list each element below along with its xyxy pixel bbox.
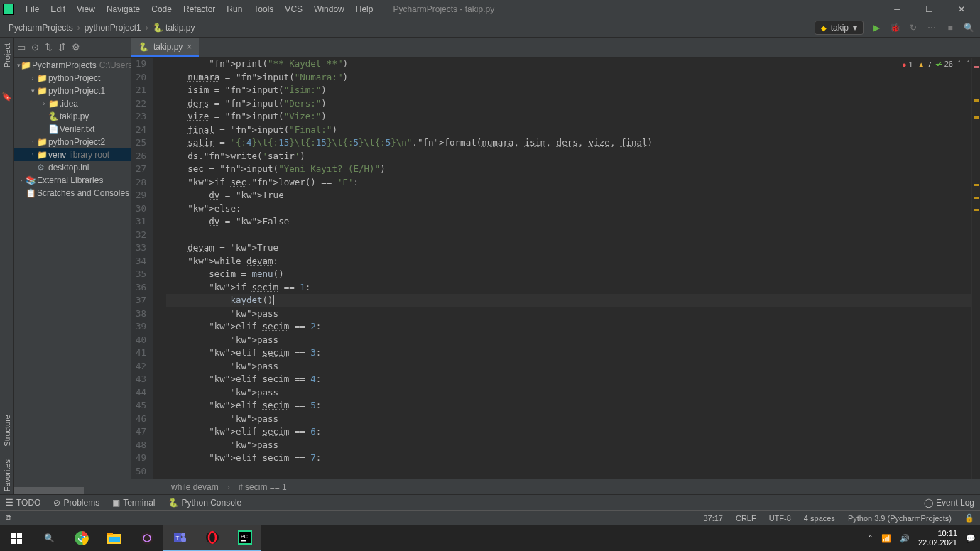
code-line-38[interactable]: "kw">pass bbox=[166, 307, 971, 321]
caret-position[interactable]: 37:17 bbox=[703, 514, 723, 523]
run-config-selector[interactable]: ◆ takip ▾ bbox=[815, 21, 864, 35]
code-line-47[interactable]: "kw">elif secim == 6: bbox=[166, 425, 971, 439]
volume-icon[interactable]: 🔊 bbox=[900, 534, 910, 543]
menu-vcs[interactable]: VCS bbox=[279, 4, 308, 14]
close-tab-icon[interactable]: × bbox=[187, 42, 192, 52]
code-line-40[interactable]: "kw">pass bbox=[166, 334, 971, 347]
teams-app[interactable]: T bbox=[163, 525, 196, 551]
tree-item[interactable]: ›📁.idea bbox=[14, 97, 131, 110]
tree-item[interactable]: ▾📁PycharmProjectsC:\Users bbox=[14, 59, 131, 72]
favorites-tool-tab[interactable]: Favorites bbox=[3, 457, 11, 494]
code-line-29[interactable]: dv = "kw">True bbox=[166, 189, 971, 202]
code-line-41[interactable]: "kw">elif secim == 3: bbox=[166, 347, 971, 360]
status-icon[interactable]: ⧉ bbox=[6, 513, 11, 523]
tree-item[interactable]: 📋Scratches and Consoles bbox=[14, 187, 131, 200]
code-line-31[interactable]: dv = "kw">False bbox=[166, 215, 971, 229]
code-line-32[interactable] bbox=[166, 229, 971, 242]
line-separator[interactable]: CRLF bbox=[736, 514, 756, 523]
code-line-28[interactable]: "kw">if sec."fn">lower() == 'E': bbox=[166, 176, 971, 190]
line-number-gutter[interactable]: 1920212223242526272829303132333435363738… bbox=[131, 58, 153, 479]
code-line-42[interactable]: "kw">pass bbox=[166, 360, 971, 373]
editor-tab-takip[interactable]: 🐍 takip.py × bbox=[131, 38, 199, 57]
collapse-all-icon[interactable]: ⇵ bbox=[58, 42, 66, 53]
hide-icon[interactable]: — bbox=[86, 42, 95, 53]
tree-item[interactable]: ▾📁pythonProject1 bbox=[14, 84, 131, 97]
menu-file[interactable]: File bbox=[20, 4, 45, 14]
minimize-button[interactable]: ─ bbox=[881, 0, 913, 18]
obs-app[interactable] bbox=[131, 525, 163, 551]
notifications-icon[interactable]: 💬 bbox=[966, 534, 976, 543]
wifi-icon[interactable]: 📶 bbox=[881, 534, 891, 543]
tree-item[interactable]: ›📚External Libraries bbox=[14, 174, 131, 187]
code-line-35[interactable]: secim = menu() bbox=[166, 268, 971, 281]
breadcrumb-segment[interactable]: 🐍 takip.py bbox=[150, 23, 198, 33]
code-line-24[interactable]: final = "fn">input("Final:") bbox=[166, 124, 971, 137]
close-button[interactable]: ✕ bbox=[945, 0, 977, 18]
code-line-30[interactable]: "kw">else: bbox=[166, 202, 971, 216]
code-line-44[interactable]: "kw">pass bbox=[166, 386, 971, 400]
select-opened-icon[interactable]: ⊙ bbox=[31, 42, 39, 53]
code-line-21[interactable]: isim = "fn">input("İsim:") bbox=[166, 84, 971, 97]
code-line-50[interactable] bbox=[166, 465, 971, 479]
tree-item[interactable]: ›📁venvlibrary root bbox=[14, 148, 131, 161]
code-line-20[interactable]: numara = "fn">input("Numara:") bbox=[166, 71, 971, 84]
code-line-49[interactable]: "kw">elif secim == 7: bbox=[166, 452, 971, 465]
debug-button[interactable]: 🐞 bbox=[889, 23, 900, 33]
menu-tools[interactable]: Tools bbox=[248, 4, 279, 14]
code-line-34[interactable]: "kw">while devam: bbox=[166, 255, 971, 268]
opera-app[interactable] bbox=[196, 525, 229, 551]
breadcrumb-segment[interactable]: while devam bbox=[171, 482, 219, 492]
terminal-tab[interactable]: ▣ Terminal bbox=[112, 498, 155, 508]
breadcrumb-segment[interactable]: PycharmProjects bbox=[6, 23, 76, 33]
menu-edit[interactable]: Edit bbox=[45, 4, 71, 14]
menu-code[interactable]: Code bbox=[146, 4, 178, 14]
todo-tab[interactable]: ☰ TODO bbox=[6, 498, 40, 508]
search-button[interactable]: 🔍 bbox=[33, 525, 65, 551]
structure-tool-tab[interactable]: Structure bbox=[3, 412, 11, 449]
menu-navigate[interactable]: Navigate bbox=[101, 4, 146, 14]
code-line-25[interactable]: satir = "{:4}\t{:15}\t{:15}\t{:5}\t{:5}\… bbox=[166, 136, 971, 150]
inspection-widget[interactable]: 1 7 26 ˄ ˅ bbox=[902, 60, 970, 69]
interpreter[interactable]: Python 3.9 (PycharmProjects) bbox=[848, 514, 952, 523]
run-button[interactable]: ▶ bbox=[871, 23, 882, 33]
code-line-48[interactable]: "kw">pass bbox=[166, 439, 971, 452]
code-line-45[interactable]: "kw">elif secim == 5: bbox=[166, 399, 971, 413]
code-line-33[interactable]: devam = "kw">True bbox=[166, 241, 971, 255]
chevron-down-icon[interactable]: ˅ bbox=[966, 60, 970, 69]
indent[interactable]: 4 spaces bbox=[804, 514, 835, 523]
tree-horizontal-scrollbar[interactable] bbox=[14, 487, 131, 494]
search-everywhere-button[interactable]: 🔍 bbox=[963, 23, 974, 33]
tree-item[interactable]: 📄Veriler.txt bbox=[14, 123, 131, 136]
maximize-button[interactable]: ☐ bbox=[913, 0, 945, 18]
settings-icon[interactable]: ⚙ bbox=[72, 42, 80, 53]
menu-window[interactable]: Window bbox=[308, 4, 350, 14]
bookmarks-icon[interactable]: 🔖 bbox=[1, 92, 12, 102]
code-line-26[interactable]: ds."fn">write('satir') bbox=[166, 150, 971, 163]
code-line-23[interactable]: vize = "fn">input("Vize:") bbox=[166, 110, 971, 124]
event-log-tab[interactable]: ◯ Event Log bbox=[924, 498, 974, 508]
error-stripe[interactable] bbox=[971, 58, 980, 479]
chevron-up-icon[interactable]: ˄ bbox=[957, 60, 962, 69]
code-line-27[interactable]: sec = "fn">input("Yeni Kayıt? (E/H)") bbox=[166, 163, 971, 176]
menu-help[interactable]: Help bbox=[350, 4, 379, 14]
breadcrumb-segment[interactable]: pythonProject1 bbox=[82, 23, 144, 33]
code-line-22[interactable]: ders = "fn">input("Ders:") bbox=[166, 97, 971, 111]
tree-item[interactable]: ⚙desktop.ini bbox=[14, 161, 131, 174]
expand-all-icon[interactable]: ⇅ bbox=[45, 42, 53, 53]
tree-item[interactable]: ›📁pythonProject2 bbox=[14, 136, 131, 148]
code-line-46[interactable]: "kw">pass bbox=[166, 413, 971, 426]
tree-item[interactable]: ›📁pythonProject bbox=[14, 72, 131, 84]
chrome-app[interactable] bbox=[65, 525, 98, 551]
code-line-36[interactable]: "kw">if secim == 1: bbox=[166, 281, 971, 295]
problems-tab[interactable]: ⊘ Problems bbox=[53, 498, 99, 508]
start-button[interactable] bbox=[0, 525, 33, 551]
stop-button[interactable]: ■ bbox=[944, 23, 956, 33]
code-line-19[interactable]: "fn">print("** Kaydet **") bbox=[166, 58, 971, 71]
project-tool-tab[interactable]: Project bbox=[3, 40, 11, 70]
tree-item[interactable]: 🐍takip.py bbox=[14, 110, 131, 123]
code-line-43[interactable]: "kw">elif secim == 4: bbox=[166, 373, 971, 386]
project-view-icon[interactable]: ▭ bbox=[17, 42, 26, 53]
explorer-app[interactable] bbox=[98, 525, 131, 551]
menu-run[interactable]: Run bbox=[221, 4, 248, 14]
python-console-tab[interactable]: 🐍 Python Console bbox=[168, 498, 242, 508]
